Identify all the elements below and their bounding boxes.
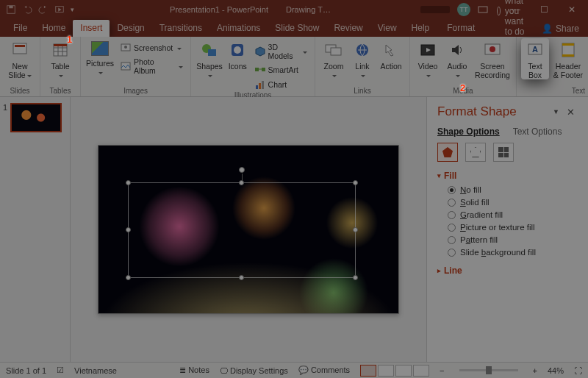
undo-icon[interactable] [22, 4, 32, 15]
tab-design[interactable]: Design [110, 20, 151, 37]
picture-texture-fill-radio[interactable]: Picture or texture fill [448, 223, 578, 232]
zoom-in-button[interactable]: + [533, 366, 537, 375]
photo-album-icon [121, 61, 131, 71]
video-button[interactable]: Video [415, 38, 441, 79]
start-from-beginning-icon[interactable] [54, 4, 65, 15]
ribbon-display-options-icon[interactable] [478, 6, 498, 13]
zoom-level[interactable]: 44% [548, 366, 564, 375]
save-icon[interactable] [6, 4, 16, 15]
display-settings-button[interactable]: 🖵 Display Settings [220, 366, 288, 375]
fill-line-category[interactable] [437, 143, 458, 162]
effects-icon [470, 147, 481, 157]
account-avatar[interactable]: TT [457, 3, 470, 16]
smartart-button[interactable]: SmartArt [252, 63, 310, 76]
tab-transitions[interactable]: Transitions [152, 20, 209, 37]
solid-fill-radio[interactable]: Solid fill [448, 198, 578, 207]
slide-background-fill-radio[interactable]: Slide background fill [448, 248, 578, 257]
redo-icon[interactable] [38, 4, 49, 15]
zoom-out-button[interactable]: − [440, 366, 444, 375]
account-name-redacted [420, 6, 450, 13]
pictures-button[interactable]: Pictures [85, 38, 115, 76]
thumbnail-1[interactable]: 1 [3, 103, 67, 132]
no-fill-radio[interactable]: No fill [448, 185, 578, 194]
resize-handle[interactable] [353, 180, 358, 185]
tab-file[interactable]: File [6, 20, 35, 37]
zoom-button[interactable]: Zoom [320, 38, 348, 79]
photo-album-button[interactable]: Photo Album [118, 56, 186, 76]
3d-models-button[interactable]: 3D Models [252, 41, 310, 62]
size-properties-category[interactable] [493, 143, 514, 162]
header-footer-button[interactable]: Header& Footer [552, 38, 584, 79]
slide-indicator[interactable]: Slide 1 of 1 [6, 366, 46, 375]
video-icon [418, 41, 437, 59]
screen-recording-button[interactable]: ScreenRecording [473, 38, 512, 79]
icons-icon [228, 41, 247, 59]
resize-handle[interactable] [353, 275, 358, 280]
chart-button[interactable]: Chart [252, 78, 310, 91]
rotation-handle[interactable] [239, 167, 245, 173]
zoom-slider[interactable] [459, 369, 518, 371]
chart-icon [255, 79, 265, 90]
pane-title: Format Shape [437, 104, 548, 119]
text-box-button[interactable]: A TextBox [521, 38, 549, 79]
fit-to-window-button[interactable]: ⛶ [574, 366, 582, 375]
line-section: Line [437, 265, 578, 276]
svg-rect-16 [208, 49, 216, 56]
resize-handle[interactable] [353, 227, 358, 232]
resize-handle[interactable] [239, 180, 244, 185]
slide-canvas-area[interactable] [71, 97, 426, 362]
pattern-fill-radio[interactable]: Pattern fill [448, 235, 578, 244]
fill-section: Fill No fill Solid fill Gradient fill Pi… [437, 171, 578, 261]
fill-section-header[interactable]: Fill [437, 171, 578, 181]
zoom-thumb[interactable] [486, 366, 492, 374]
shape-options-tab[interactable]: Shape Options [437, 126, 500, 137]
link-button[interactable]: Link [351, 38, 374, 79]
notes-button[interactable]: ≣ Notes [179, 365, 209, 375]
screenshot-button[interactable]: Screenshot [118, 41, 186, 54]
tell-me-search[interactable]: Tell me what you want to do [497, 0, 533, 37]
resize-handle[interactable] [126, 275, 131, 280]
tab-slide-show[interactable]: Slide Show [268, 20, 326, 37]
group-label-links: Links [320, 87, 405, 96]
qat-customize-icon[interactable]: ▾ [71, 6, 74, 13]
group-label-tables: Tables [45, 87, 76, 96]
resize-handle[interactable] [126, 227, 131, 232]
slide [98, 145, 399, 314]
pane-options-icon[interactable]: ▼ [548, 108, 564, 115]
slideshow-view-button[interactable] [413, 365, 429, 377]
pane-close-button[interactable]: ✕ [564, 107, 578, 118]
tab-view[interactable]: View [370, 20, 404, 37]
new-slide-button[interactable]: New Slide [4, 38, 35, 79]
close-window-button[interactable]: ✕ [562, 4, 582, 15]
slide-sorter-view-button[interactable] [378, 365, 394, 377]
reading-view-button[interactable] [395, 365, 412, 377]
svg-text:A: A [532, 45, 538, 54]
resize-handle[interactable] [239, 275, 244, 280]
slide-thumbnail-rail: 1 [0, 97, 71, 362]
resize-handle[interactable] [126, 180, 131, 185]
selected-text-box[interactable] [128, 182, 356, 278]
text-options-tab[interactable]: Text Options [513, 126, 562, 137]
tab-animations[interactable]: Animations [209, 20, 268, 37]
shapes-button[interactable]: Shapes [196, 38, 223, 79]
tab-format[interactable]: Format [440, 20, 482, 37]
spell-check-icon[interactable]: ☑ [57, 365, 64, 375]
language-indicator[interactable]: Vietnamese [74, 366, 117, 375]
gradient-fill-radio[interactable]: Gradient fill [448, 210, 578, 219]
effects-category[interactable] [465, 143, 486, 162]
screen-recording-icon [483, 41, 502, 59]
line-section-header[interactable]: Line [437, 265, 578, 276]
tab-help[interactable]: Help [404, 20, 437, 37]
svg-rect-22 [256, 85, 258, 89]
action-button[interactable]: Action [377, 38, 405, 71]
share-button[interactable]: 👤Share [533, 21, 588, 37]
audio-button[interactable]: Audio [444, 38, 470, 79]
tab-insert[interactable]: Insert [73, 20, 110, 37]
callout-1: 1 [67, 34, 72, 45]
icons-button[interactable]: Icons [226, 38, 249, 71]
comments-button[interactable]: 💬 Comments [298, 365, 350, 375]
maximize-button[interactable]: ☐ [534, 4, 554, 15]
tab-review[interactable]: Review [326, 20, 370, 37]
normal-view-button[interactable] [360, 365, 376, 377]
group-text: A TextBox Header& Footer AWordArt # Text [517, 37, 588, 96]
